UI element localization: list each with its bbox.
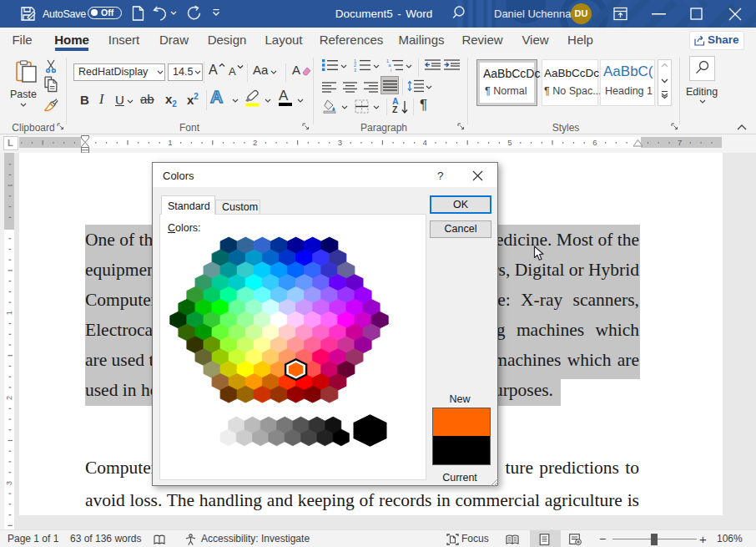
- svg-text:5: 5: [507, 138, 512, 147]
- svg-text:3: 3: [5, 481, 13, 485]
- svg-text:7: 7: [678, 138, 682, 147]
- svg-text:2: 2: [253, 138, 257, 147]
- svg-text:3: 3: [354, 68, 356, 72]
- svg-text:3: 3: [338, 138, 342, 147]
- svg-text:6: 6: [592, 138, 597, 147]
- svg-text:1: 1: [168, 138, 172, 147]
- svg-text:2: 2: [5, 396, 13, 400]
- svg-text:4: 4: [423, 138, 427, 147]
- svg-text:1: 1: [5, 311, 13, 315]
- svg-text:i: i: [391, 68, 391, 72]
